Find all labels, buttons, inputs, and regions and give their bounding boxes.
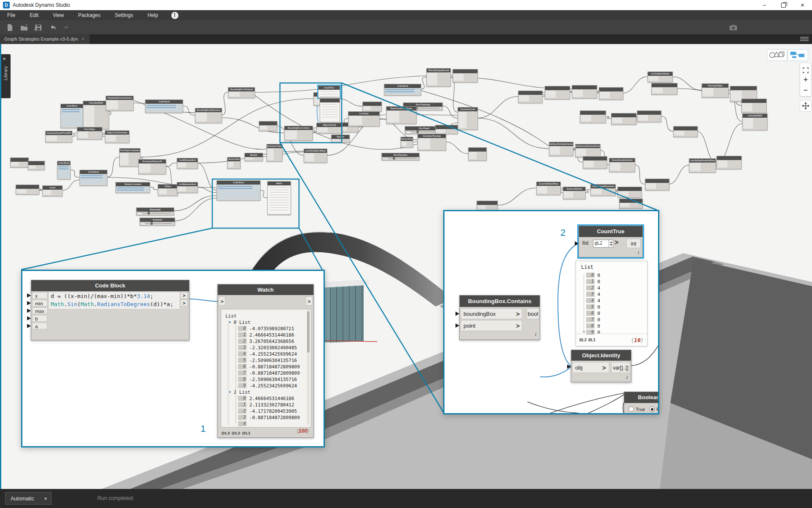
wire[interactable] bbox=[527, 402, 579, 413]
spinner-arrows[interactable] bbox=[609, 240, 613, 247]
mini-node-boundingbox-bycorners[interactable]: BoundingBox.ByCorners bbox=[195, 108, 222, 123]
mini-node-geometry-translate[interactable]: Geometry.Translate bbox=[266, 144, 283, 162]
wire-active[interactable] bbox=[540, 367, 571, 377]
menu-file[interactable]: File bbox=[0, 10, 22, 20]
mini-node[interactable] bbox=[599, 87, 623, 100]
mini-node-code-block[interactable]: Code Block bbox=[80, 170, 107, 186]
mini-node-flatten[interactable]: Flatten bbox=[158, 184, 178, 196]
mini-node-wavelength[interactable]: Wavelength bbox=[136, 207, 174, 215]
mini-node-curve-pointatparameter[interactable]: Curve.PointAtParameter bbox=[590, 184, 616, 196]
menu-help[interactable]: Help bbox=[140, 10, 165, 20]
mini-node-code-block[interactable]: Code Block bbox=[60, 104, 83, 128]
mini-node-code-block[interactable]: Code Block bbox=[217, 180, 261, 201]
mini-node-curve-extrudeassolid[interactable]: Curve.ExtrudeAsSolid bbox=[609, 158, 635, 172]
code-block-node[interactable]: Code Block xminmaxba d = ((x-min)/(max-m… bbox=[31, 280, 189, 340]
mini-node-surface-perimetercurves[interactable]: Surface.PerimeterCurves bbox=[549, 142, 573, 156]
notifications-icon[interactable]: ! bbox=[171, 12, 178, 19]
geometry-view-button[interactable] bbox=[767, 49, 787, 61]
undo-icon[interactable] bbox=[49, 24, 57, 31]
counttrue-input-port[interactable]: > bbox=[614, 239, 618, 246]
mini-node-amplitude[interactable]: Amplitude bbox=[140, 218, 175, 226]
mini-node[interactable] bbox=[583, 156, 607, 169]
fit-view-icon[interactable] bbox=[800, 63, 811, 74]
restore-button[interactable] bbox=[774, 0, 793, 10]
mini-node-display-bygeometrycolor[interactable]: Display.ByGeometryColor bbox=[106, 96, 134, 111]
bbox-input-point[interactable]: point> bbox=[461, 320, 522, 331]
wire[interactable] bbox=[550, 392, 627, 413]
input-port-icon[interactable] bbox=[27, 293, 31, 298]
code-output-port-2[interactable]: > bbox=[180, 300, 188, 306]
boolean-option-fal[interactable]: Fal bbox=[649, 407, 659, 412]
input-port-icon[interactable] bbox=[27, 324, 31, 328]
mini-node-face-edges[interactable]: Face.Edges bbox=[77, 127, 102, 140]
watch-scrollbar-thumb[interactable] bbox=[307, 311, 310, 353]
mini-node-edge-curvegeometry[interactable]: Edge.CurveGeometry bbox=[105, 130, 129, 143]
mini-node-list-getitematindex[interactable]: List.GetItemAtIndex bbox=[647, 72, 673, 83]
mini-node-geometry-distanceto[interactable]: Geometry.DistanceTo bbox=[138, 159, 166, 174]
code-input-a[interactable]: a bbox=[32, 323, 47, 329]
library-tab[interactable]: ▶ Library bbox=[1, 54, 11, 98]
mini-node[interactable] bbox=[645, 179, 669, 190]
mini-node-topology-edges[interactable]: Topology.Edges bbox=[702, 83, 729, 98]
graph-view-button[interactable] bbox=[787, 49, 808, 61]
mini-node-code-block[interactable]: Code Block bbox=[145, 99, 183, 113]
close-button[interactable]: × bbox=[793, 0, 812, 10]
mini-node[interactable] bbox=[28, 161, 45, 170]
object-identity-node[interactable]: Object.Identity obj > var[]..[] I bbox=[571, 350, 631, 382]
mini-node-vector-zaxis[interactable]: Vector.ZAxis bbox=[227, 157, 241, 169]
mini-node-number[interactable]: Number bbox=[244, 153, 263, 161]
pan-button[interactable] bbox=[800, 100, 812, 112]
mini-node-geometry-importfromsat[interactable]: Geometry.ImportFromSAT bbox=[45, 131, 72, 143]
mini-node-object-identity[interactable]: Object.Identity bbox=[316, 123, 343, 134]
mini-node-color-byargb[interactable]: Color.ByARGB bbox=[83, 101, 109, 130]
mini-node[interactable] bbox=[651, 83, 678, 95]
mini-node-nurbssurface-bypoints[interactable]: NurbsSurface.ByPoints bbox=[386, 106, 417, 124]
counttrue-preview-bubble[interactable]: List 0 01 02 43 44 45 06 07 08 09 0 @L2@… bbox=[576, 261, 647, 346]
mini-node[interactable] bbox=[545, 86, 570, 99]
watch-node[interactable]: Watch > > List▼ 0 List0 -4.0735989280721… bbox=[217, 284, 314, 438]
mini-node[interactable] bbox=[580, 110, 606, 123]
code-input-max[interactable]: max bbox=[32, 307, 47, 314]
input-port-icon[interactable] bbox=[27, 301, 31, 305]
mini-node-number[interactable]: Number bbox=[331, 135, 350, 143]
boolean-option-true[interactable]: True bbox=[628, 407, 645, 412]
menu-packages[interactable]: Packages bbox=[71, 10, 108, 20]
open-file-icon[interactable] bbox=[20, 24, 28, 31]
input-port-icon[interactable] bbox=[27, 316, 31, 320]
code-editor[interactable]: d = ((x-min)/(max-min))*b*3.14; Math.Sin… bbox=[48, 292, 180, 309]
save-icon[interactable] bbox=[35, 24, 42, 31]
mini-node[interactable] bbox=[518, 91, 543, 103]
mini-node[interactable] bbox=[16, 185, 39, 195]
mini-node-geometry-scale[interactable]: Geometry.Scale bbox=[458, 107, 478, 130]
code-input-x[interactable]: x bbox=[32, 292, 47, 299]
menu-edit[interactable]: Edit bbox=[22, 10, 46, 20]
lacing-spinner[interactable]: @L2 bbox=[593, 240, 613, 248]
mini-node-counttrue[interactable]: CountTrue bbox=[318, 86, 340, 98]
bbox-lacing[interactable]: I bbox=[535, 332, 536, 337]
boolean-options[interactable]: TrueFal bbox=[624, 403, 659, 412]
mini-node[interactable] bbox=[453, 69, 478, 83]
code-input-b[interactable]: b bbox=[32, 315, 47, 322]
object-identity-input[interactable]: obj > bbox=[572, 362, 609, 373]
mini-node-roof-elevation[interactable]: Roof Elevation bbox=[381, 153, 420, 160]
mini-node-line-bystartpointendpoint[interactable]: Line.ByStartPointEndPoint bbox=[689, 158, 716, 173]
mini-node[interactable] bbox=[619, 199, 643, 209]
watch-output-port[interactable]: > bbox=[306, 296, 313, 306]
mini-node-plane-byoriginnormal[interactable]: Plane.ByOriginNormal bbox=[426, 68, 451, 87]
mini-node-boundingbox-tocuboid[interactable]: BoundingBox.ToCuboid bbox=[228, 87, 255, 98]
mini-node[interactable] bbox=[10, 157, 29, 168]
mini-node[interactable] bbox=[741, 99, 767, 113]
boolean-node[interactable]: Boolean TrueFal bbox=[624, 392, 659, 414]
mini-node[interactable] bbox=[637, 110, 661, 122]
mini-node[interactable] bbox=[435, 125, 458, 134]
tab-close-icon[interactable]: × bbox=[82, 34, 84, 44]
bbox-input-boundingbox[interactable]: boundingBox> bbox=[461, 308, 522, 319]
mini-node-list-maximumitem[interactable]: List.MaximumItem bbox=[177, 182, 198, 193]
mini-node-attractor-location[interactable]: Attractor Location bbox=[115, 182, 150, 193]
object-identity-lacing[interactable]: I bbox=[626, 375, 628, 380]
mini-node-surface-bypatch[interactable]: Surface.ByPatch bbox=[563, 187, 586, 199]
counttrue-node[interactable]: CountTrue list @L2 > int I bbox=[579, 226, 643, 257]
input-port-icon[interactable] bbox=[27, 309, 31, 313]
menu-settings[interactable]: Settings bbox=[108, 10, 140, 20]
counttrue-output[interactable]: int bbox=[626, 239, 641, 248]
